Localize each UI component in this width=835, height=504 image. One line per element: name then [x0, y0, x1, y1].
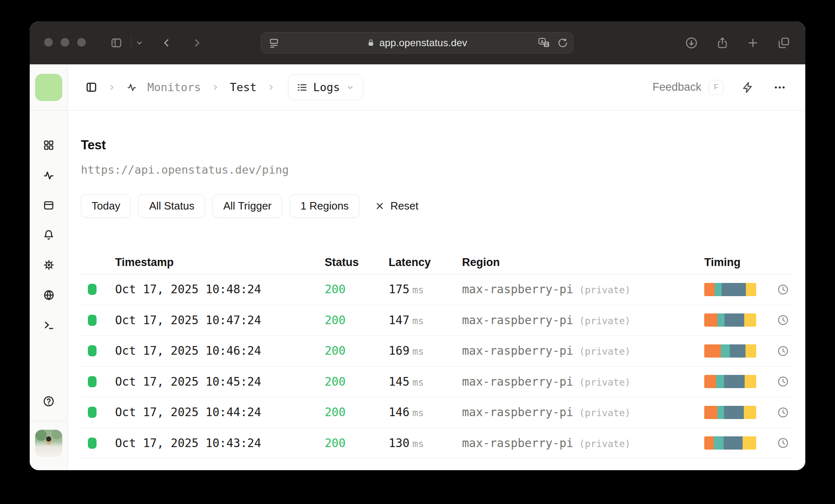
- close-window-button[interactable]: [44, 38, 53, 47]
- log-table-header: Timestamp Status Latency Region Timing: [81, 251, 793, 274]
- row-latency: 175: [389, 283, 410, 296]
- clock-icon[interactable]: [777, 375, 789, 388]
- breadcrumb-monitors[interactable]: Monitors: [147, 81, 201, 94]
- sidebar-item-domains[interactable]: [43, 289, 55, 301]
- forward-icon[interactable]: [191, 21, 203, 64]
- table-row[interactable]: Oct 17, 2025 10:45:24 200 145ms max-rasp…: [81, 367, 793, 398]
- workspace-logo[interactable]: [35, 74, 62, 101]
- zap-icon[interactable]: [742, 81, 754, 94]
- sidebar-item-dashboard[interactable]: [43, 139, 54, 151]
- timing-segment: [704, 344, 721, 358]
- sidebar-item-status-pages[interactable]: [43, 200, 54, 211]
- activity-icon: [126, 82, 137, 93]
- timing-bar: [704, 436, 756, 450]
- timing-segment: [745, 344, 756, 358]
- timing-segment: [744, 406, 756, 419]
- logs-view-selector[interactable]: Logs: [288, 74, 363, 100]
- sidebar-item-settings[interactable]: [43, 259, 55, 271]
- feedback-button[interactable]: Feedback: [652, 81, 701, 94]
- clock-icon[interactable]: [777, 345, 789, 357]
- timing-segment: [717, 313, 725, 327]
- table-row[interactable]: Oct 17, 2025 10:46:24 200 169ms max-rasp…: [81, 336, 793, 367]
- ellipsis-icon[interactable]: [773, 81, 786, 94]
- page-title: Test: [81, 138, 793, 153]
- breadcrumb-monitor-name[interactable]: Test: [230, 81, 257, 94]
- download-icon[interactable]: [685, 36, 698, 49]
- row-status-code: 200: [325, 375, 389, 389]
- row-region-visibility: (private): [579, 377, 631, 388]
- filter-regions-button[interactable]: 1 Regions: [290, 194, 359, 218]
- row-timestamp: Oct 17, 2025 10:44:24: [115, 405, 325, 419]
- row-latency-unit: ms: [413, 285, 424, 295]
- reset-filters-button[interactable]: Reset: [375, 200, 418, 212]
- filter-status-button[interactable]: All Status: [138, 194, 205, 218]
- new-tab-icon[interactable]: [747, 37, 759, 49]
- tab-overview-icon[interactable]: [777, 36, 790, 49]
- timing-segment: [704, 375, 716, 388]
- row-region: max-raspberry-pi: [462, 405, 573, 419]
- row-region-visibility: (private): [579, 407, 631, 418]
- reader-icon[interactable]: [269, 33, 279, 53]
- row-latency: 145: [389, 375, 410, 389]
- activity-icon: [42, 169, 55, 181]
- clock-icon[interactable]: [777, 437, 789, 449]
- share-icon[interactable]: [716, 36, 729, 49]
- row-status-code: 200: [325, 313, 389, 327]
- row-status-code: 200: [325, 436, 389, 450]
- timing-segment: [704, 436, 714, 450]
- translate-icon[interactable]: A: [538, 37, 551, 49]
- table-row[interactable]: Oct 17, 2025 10:43:24 200 130ms max-rasp…: [81, 428, 793, 459]
- clock-icon[interactable]: [777, 314, 789, 326]
- status-dot-icon: [88, 345, 97, 356]
- column-header-latency: Latency: [389, 256, 462, 269]
- help-icon: [42, 395, 55, 407]
- row-timestamp: Oct 17, 2025 10:45:24: [115, 375, 325, 389]
- timing-bar: [704, 406, 756, 419]
- timing-segment: [722, 283, 746, 296]
- clock-icon[interactable]: [777, 283, 789, 296]
- timing-bar: [704, 313, 756, 327]
- chevron-down-icon: [346, 83, 355, 92]
- user-avatar[interactable]: [35, 430, 62, 457]
- timing-segment: [746, 283, 756, 296]
- sidebar-item-help[interactable]: [42, 395, 55, 421]
- filter-bar: Today All Status All Trigger 1 Regions R…: [81, 194, 793, 218]
- reload-icon[interactable]: [557, 38, 568, 48]
- timing-segment: [724, 375, 745, 388]
- clock-icon[interactable]: [777, 406, 789, 419]
- chevron-right-icon: [211, 83, 220, 92]
- filter-trigger-button[interactable]: All Trigger: [212, 194, 282, 218]
- timing-segment: [717, 406, 724, 419]
- table-row[interactable]: Oct 17, 2025 10:47:24 200 147ms max-rasp…: [81, 305, 793, 336]
- minimize-window-button[interactable]: [61, 38, 69, 47]
- filter-date-button[interactable]: Today: [81, 194, 131, 218]
- sidebar-item-monitors[interactable]: [42, 169, 55, 181]
- sidebar-toggle-icon[interactable]: [110, 21, 123, 64]
- status-dot-icon: [88, 315, 97, 326]
- address-text[interactable]: app.openstatus.dev: [379, 37, 467, 49]
- status-dot-icon: [88, 438, 97, 449]
- timing-bar: [704, 375, 756, 388]
- zoom-window-button[interactable]: [77, 38, 86, 47]
- monitor-endpoint-url: https://api.openstatus.dev/ping: [81, 163, 793, 176]
- browser-window: app.openstatus.dev A: [30, 21, 805, 470]
- traffic-lights[interactable]: [44, 38, 86, 47]
- sidebar-chevron-down-icon[interactable]: [135, 21, 144, 64]
- timing-segment: [724, 436, 743, 450]
- column-header-timestamp: Timestamp: [115, 256, 325, 269]
- sidebar-item-notifications[interactable]: [43, 229, 54, 241]
- sidebar-item-cli[interactable]: [43, 319, 55, 331]
- timing-segment: [745, 375, 756, 388]
- row-latency: 169: [389, 344, 410, 358]
- table-row[interactable]: Oct 17, 2025 10:48:24 200 175ms max-rasp…: [81, 274, 793, 305]
- timing-segment: [744, 313, 756, 327]
- panel-left-icon[interactable]: [85, 81, 97, 93]
- table-row[interactable]: Oct 17, 2025 10:44:24 200 146ms max-rasp…: [81, 397, 793, 428]
- gear-icon: [43, 259, 55, 271]
- row-latency-unit: ms: [413, 438, 424, 449]
- back-icon[interactable]: [161, 21, 172, 64]
- address-bar[interactable]: app.openstatus.dev A: [261, 32, 573, 54]
- chevron-right-icon: [267, 83, 276, 92]
- row-status-code: 200: [325, 405, 389, 419]
- row-timestamp: Oct 17, 2025 10:43:24: [115, 436, 325, 450]
